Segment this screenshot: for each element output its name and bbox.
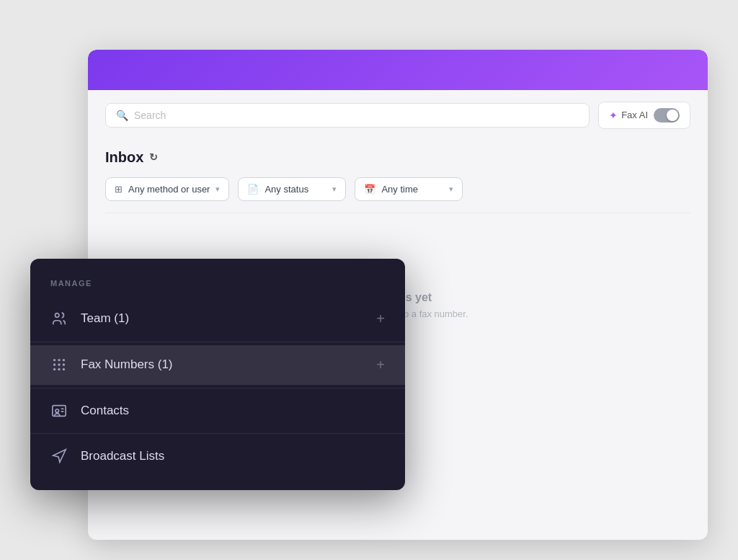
- svg-point-1: [53, 359, 55, 361]
- svg-point-2: [58, 359, 60, 361]
- refresh-icon[interactable]: ↻: [149, 151, 158, 163]
- sidebar-item-team[interactable]: Team (1) +: [30, 299, 405, 339]
- chevron-down-icon: ▾: [332, 185, 337, 194]
- fax-ai-area: ✦ Fax AI: [598, 102, 690, 129]
- svg-point-6: [63, 363, 65, 365]
- fax-ai-label: ✦ Fax AI: [609, 110, 648, 121]
- sidebar-item-contacts-label: Contacts: [81, 404, 385, 418]
- sidebar-item-broadcast-lists[interactable]: Broadcast Lists: [30, 437, 405, 476]
- inbox-section: Inbox ↻ ⊞ Any method or user ▾ 📄 Any sta…: [88, 138, 708, 234]
- search-icon: 🔍: [116, 110, 128, 121]
- sidebar-panel: MANAGE Team (1) +: [30, 259, 405, 490]
- search-area: 🔍 Search ✦ Fax AI: [88, 90, 708, 138]
- grid-dots-icon: [50, 357, 68, 373]
- sidebar-item-broadcast-lists-label: Broadcast Lists: [81, 449, 385, 463]
- search-box[interactable]: 🔍 Search: [105, 103, 590, 128]
- svg-point-7: [53, 368, 55, 370]
- svg-point-3: [63, 359, 65, 361]
- sparkle-icon: ✦: [609, 110, 618, 121]
- svg-point-5: [58, 363, 60, 365]
- svg-point-8: [58, 368, 60, 370]
- calendar-icon: 📅: [364, 184, 375, 195]
- document-icon: 📄: [247, 184, 259, 195]
- divider: [105, 213, 690, 213]
- header-bar: [88, 50, 708, 90]
- sidebar-divider-2: [30, 388, 405, 388]
- inbox-title: Inbox ↻: [105, 149, 690, 166]
- sidebar-item-fax-numbers-label: Fax Numbers (1): [81, 357, 363, 372]
- filter-status[interactable]: 📄 Any status ▾: [238, 177, 346, 201]
- chevron-down-icon: ▾: [449, 185, 453, 194]
- sidebar-item-contacts[interactable]: Contacts: [30, 391, 405, 430]
- filter-method-user[interactable]: ⊞ Any method or user ▾: [105, 177, 229, 201]
- svg-point-11: [55, 409, 59, 412]
- sidebar-item-fax-numbers[interactable]: Fax Numbers (1) +: [30, 345, 405, 385]
- team-add-icon[interactable]: +: [376, 311, 385, 327]
- svg-point-0: [55, 314, 60, 318]
- chevron-down-icon: ▾: [215, 185, 220, 194]
- svg-point-9: [63, 368, 65, 370]
- fax-ai-toggle[interactable]: [654, 108, 680, 123]
- toggle-knob: [667, 110, 678, 121]
- filters-row: ⊞ Any method or user ▾ 📄 Any status ▾ 📅 …: [105, 177, 690, 201]
- grid-icon: ⊞: [115, 184, 123, 195]
- svg-point-4: [53, 363, 55, 365]
- sidebar-divider-1: [30, 342, 405, 342]
- broadcast-icon: [50, 448, 68, 464]
- fax-numbers-add-icon[interactable]: +: [376, 357, 385, 373]
- sidebar-section-label: MANAGE: [30, 279, 405, 299]
- contacts-icon: [50, 403, 68, 419]
- sidebar-divider-3: [30, 433, 405, 434]
- search-placeholder: Search: [134, 110, 579, 121]
- team-icon: [50, 311, 68, 326]
- filter-time[interactable]: 📅 Any time ▾: [355, 177, 463, 201]
- sidebar-item-team-label: Team (1): [81, 311, 363, 326]
